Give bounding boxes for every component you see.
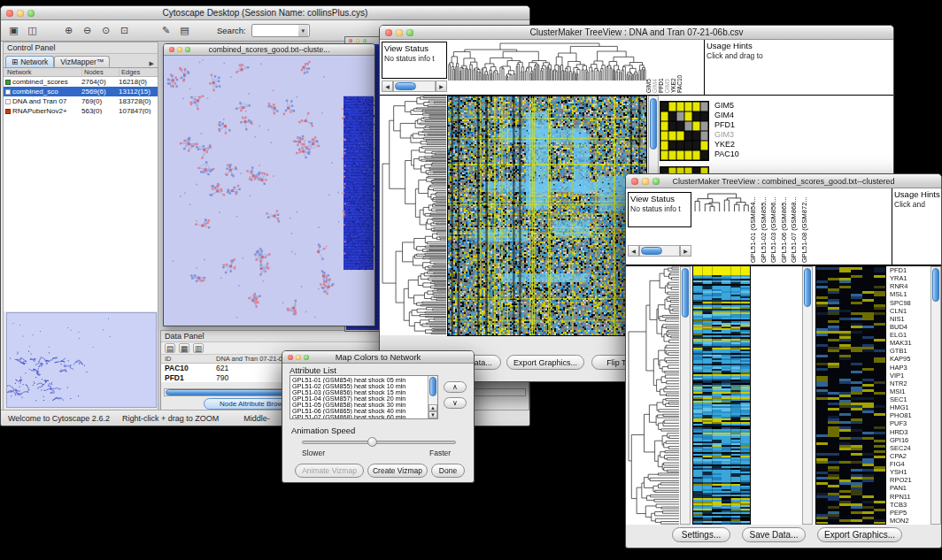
gene-label: PEP5 <box>890 509 929 517</box>
row-id: PFD1 <box>165 373 216 382</box>
header-hscrollbar[interactable]: ◀ ▶ <box>628 245 691 257</box>
zoom-fit-icon[interactable]: ⊡ <box>117 23 132 38</box>
status-hint-pan: Middle- <box>243 414 270 423</box>
scroll-left-icon[interactable]: ◀ <box>628 245 639 257</box>
scrollbar-thumb[interactable] <box>650 98 657 150</box>
DNA and Tran 07[interactable]: DNA and Tran 07769(0)183728(0) <box>4 96 158 106</box>
column-dendrogram-canvas[interactable] <box>693 192 750 211</box>
attribute-matrix-icon[interactable]: ▥ <box>193 343 204 353</box>
save-session-icon[interactable]: ◫ <box>25 23 40 38</box>
tab-vizmapper[interactable]: VizMapper™ <box>54 56 110 67</box>
attribute-item[interactable]: GPL51-07 (GSM868) heat shock 60 min <box>290 414 428 419</box>
animate-vizmap-button[interactable]: Animate Vizmap <box>295 464 364 478</box>
close-button[interactable] <box>169 47 174 52</box>
speed-slider-thumb[interactable] <box>367 437 377 447</box>
scrollbar-thumb[interactable] <box>429 377 436 396</box>
attribute-table-icon[interactable]: ▦ <box>179 343 189 353</box>
scroll-left-icon[interactable]: ◀ <box>382 81 393 92</box>
export-graphics-button[interactable]: Export Graphics... <box>817 527 902 542</box>
close-button[interactable] <box>385 29 392 36</box>
minimize-button[interactable] <box>17 10 24 17</box>
snapshot-icon[interactable]: ▤ <box>177 23 192 38</box>
scrollbar-thumb[interactable] <box>641 247 662 255</box>
column-dendrogram-canvas[interactable] <box>448 42 646 81</box>
done-button[interactable]: Done <box>431 464 465 478</box>
close-button[interactable] <box>6 10 13 17</box>
save-data-button[interactable]: Save Data... <box>742 527 806 542</box>
export-graphics-button[interactable]: Export Graphics... <box>506 355 584 370</box>
row-dendrogram-canvas[interactable] <box>628 266 679 525</box>
scrollbar-thumb[interactable] <box>932 268 939 302</box>
heatmap-canvas-2[interactable] <box>816 267 885 524</box>
dialog-titlebar[interactable]: Map Colors to Network <box>282 351 474 364</box>
move-up-button[interactable]: ∧ <box>444 381 467 393</box>
network-icon <box>5 80 11 85</box>
network-canvas[interactable] <box>164 56 374 326</box>
network-edges: 16218(0) <box>119 78 158 86</box>
minimize-button[interactable] <box>642 178 649 185</box>
attribute-item[interactable]: GPL51-02 (GSM855) heat shock 10 min <box>290 383 428 389</box>
scrollbar-thumb[interactable] <box>395 82 416 90</box>
minimize-button[interactable] <box>296 355 301 360</box>
attribute-item[interactable]: GPL51-06 (GSM865) heat shock 40 min <box>290 408 428 414</box>
scroll-down-icon[interactable]: ▼ <box>429 411 437 418</box>
zoom-selected-icon[interactable]: ⊙ <box>98 23 113 38</box>
attribute-item[interactable]: GPL51-03 (GSM856) heat shock 15 min <box>290 389 428 395</box>
minimize-button[interactable] <box>396 29 403 36</box>
dropdown-arrow-icon[interactable]: ▾ <box>298 25 308 36</box>
tree-vscrollbar[interactable] <box>680 266 691 525</box>
combined_scores[interactable]: combined_scores2764(0)16218(0) <box>4 77 158 87</box>
treeview-titlebar[interactable]: ClusterMaker TreeView : combined_scores_… <box>626 174 941 188</box>
zoom-in-icon[interactable]: ⊕ <box>61 23 76 38</box>
minimize-button[interactable] <box>356 39 359 42</box>
close-button[interactable] <box>288 355 293 360</box>
attribute-item[interactable]: GPL51-01 (GSM854) heat shock 05 min <box>290 377 428 383</box>
list-vscrollbar[interactable]: ▲ ▼ <box>428 376 437 418</box>
attribute-item[interactable]: GPL51-04 (GSM857) heat shock 20 min <box>290 395 428 402</box>
column-label: GIM4 <box>652 42 659 93</box>
toolbar-icons: ▣◫⊕⊖⊙⊡✎▤ <box>6 23 192 38</box>
combined_sco[interactable]: combined_sco2569(6)13112(15) <box>4 87 158 96</box>
tabs-overflow-button[interactable]: ▶ <box>146 60 158 67</box>
network-view-titlebar[interactable]: combined_scores_good.txt--cluste... <box>164 44 374 56</box>
attribute-listbox[interactable]: GPL51-01 (GSM854) heat shock 05 minGPL51… <box>290 375 438 419</box>
create-vizmap-button[interactable]: Create Vizmap <box>367 464 428 478</box>
network-table-header: Network Nodes Edges <box>4 68 158 77</box>
gene-label: MSL1 <box>890 290 929 298</box>
move-down-button[interactable]: ∨ <box>444 397 467 409</box>
attribute-item[interactable]: GPL51-05 (GSM858) heat shock 30 min <box>290 402 428 408</box>
network-overview-thumbnail[interactable] <box>6 312 157 408</box>
close-button[interactable] <box>349 39 352 42</box>
treeview-titlebar[interactable]: ClusterMaker TreeView : DNA and Tran 07-… <box>380 26 893 40</box>
zoom-button[interactable] <box>304 355 309 360</box>
scrollbar-thumb[interactable] <box>682 268 689 318</box>
gene-list-vscrollbar[interactable] <box>930 266 941 525</box>
speed-slider-track[interactable] <box>302 441 456 444</box>
attribute-select-icon[interactable]: ▤ <box>165 343 175 353</box>
zoom-out-icon[interactable]: ⊖ <box>80 23 95 38</box>
network-name: combined_scores <box>12 78 68 86</box>
gene-label: RPN11 <box>890 493 929 501</box>
header-hscrollbar[interactable]: ◀ ▶ <box>382 81 447 92</box>
open-session-icon[interactable]: ▣ <box>6 23 21 38</box>
annotation-icon[interactable]: ✎ <box>158 23 174 38</box>
scroll-up-icon[interactable]: ▲ <box>429 404 437 411</box>
cytoscape-titlebar[interactable]: Cytoscape Desktop (Session Name: collins… <box>1 6 529 20</box>
row-dendrogram-canvas[interactable] <box>382 96 446 334</box>
gene-label: ELG1 <box>890 331 929 339</box>
scrollbar-thumb[interactable] <box>804 268 811 307</box>
scroll-right-icon[interactable]: ▶ <box>436 81 447 92</box>
minimize-button[interactable] <box>177 47 182 52</box>
settings-button[interactable]: Settings... <box>672 527 730 542</box>
search-input[interactable]: ▾ <box>251 24 310 37</box>
heatmap-canvas[interactable] <box>448 96 646 335</box>
zoom-button[interactable] <box>363 39 367 42</box>
correlation-matrix-canvas[interactable] <box>660 101 709 161</box>
heatmap-vscrollbar[interactable] <box>802 266 813 525</box>
scroll-right-icon[interactable]: ▶ <box>680 245 691 257</box>
tab-network[interactable]: ⊞ Network <box>5 56 54 67</box>
zoom-button[interactable] <box>185 47 190 52</box>
close-button[interactable] <box>631 178 638 185</box>
heatmap-canvas[interactable] <box>693 266 750 525</box>
search-label: Search: <box>217 26 246 35</box>
